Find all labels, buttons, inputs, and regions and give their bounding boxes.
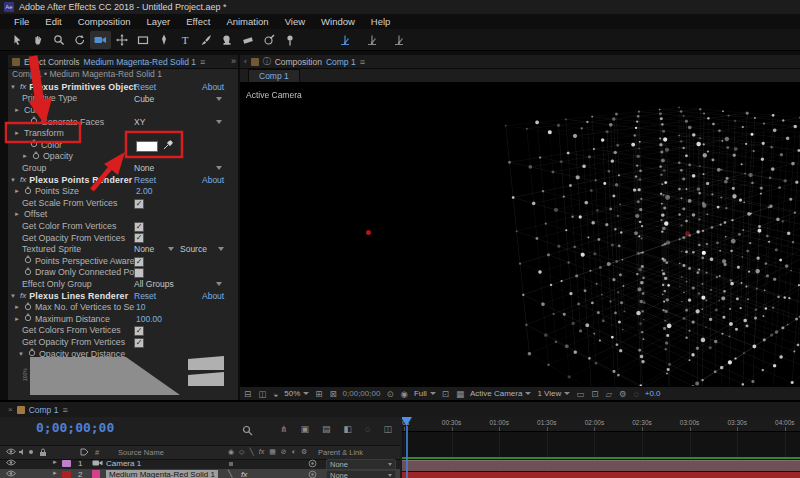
property-dropdown[interactable]: XY <box>134 117 224 127</box>
local-axis-mode[interactable] <box>334 31 355 49</box>
shape-tool[interactable] <box>132 31 153 49</box>
solid-color-swatch[interactable] <box>92 470 100 478</box>
disclosure-triangle-icon[interactable]: ► <box>22 153 29 159</box>
layer-name[interactable]: Camera 1 <box>106 459 141 468</box>
view-layout-value[interactable]: 1 View <box>537 389 561 398</box>
effect-group-row[interactable]: ▼fxPlexus Primitives ObjectResetAbout <box>8 81 238 93</box>
pan-behind-tool[interactable] <box>111 31 132 49</box>
reset-exposure-icon[interactable]: ◌ <box>634 389 639 399</box>
composition-tab-label[interactable]: Composition <box>275 57 322 67</box>
viewer-timecode[interactable]: 0;00;00;00 <box>343 389 381 398</box>
disclosure-triangle-icon[interactable]: ▼ <box>18 351 25 357</box>
disclosure-triangle-icon[interactable]: ▼ <box>10 84 17 90</box>
world-axis-mode[interactable] <box>361 31 382 49</box>
resolution-value[interactable]: Full <box>414 389 427 398</box>
live-update-icon[interactable]: ▣ <box>301 424 310 434</box>
stopwatch-icon[interactable] <box>30 139 38 150</box>
effect-property-row[interactable]: ►Opacity <box>8 151 238 163</box>
stopwatch-icon[interactable] <box>24 186 32 197</box>
dropdown-value[interactable]: Cube <box>134 94 154 104</box>
puppet-pin-tool[interactable] <box>279 31 300 49</box>
property-value[interactable]: 10 <box>136 302 145 312</box>
effect-property-row[interactable]: Get Opacity From Vertices✓ <box>8 232 238 244</box>
exposure-value[interactable]: +0.0 <box>645 389 661 398</box>
comp-subtab-label[interactable]: Comp 1 <box>259 71 289 81</box>
layer-fx-badge[interactable]: fx <box>241 470 247 478</box>
effect-property-row[interactable]: ►Max No. of Vertices to Se10 <box>8 301 238 313</box>
property-dropdown[interactable]: None <box>134 244 176 254</box>
reset-button[interactable]: Reset <box>134 291 156 301</box>
camera-layer-bar[interactable] <box>402 460 800 471</box>
parent-dropdown[interactable]: None <box>326 470 396 478</box>
layer-row-2[interactable]: ►2Medium Magenta-Red Solid 1╲fxNone <box>0 469 400 478</box>
effect-property-row[interactable]: Primitive TypeCube <box>8 93 238 105</box>
source-name-column-label[interactable]: Source Name <box>118 448 164 457</box>
grid-options-icon[interactable]: ▭ <box>576 389 584 399</box>
disclosure-triangle-icon[interactable]: ► <box>14 316 21 322</box>
pen-tool[interactable] <box>153 31 174 49</box>
magnification-value[interactable]: 50% <box>284 389 300 398</box>
layer-label-chip[interactable] <box>62 460 71 467</box>
about-button[interactable]: About <box>202 175 224 185</box>
chevron-left-icon[interactable]: ‹ <box>244 57 247 66</box>
effect-property-row[interactable]: Effect Only GroupAll Groups <box>8 278 238 290</box>
about-button[interactable]: About <box>202 291 224 301</box>
effect-property-row[interactable]: Textured SpriteNoneSource <box>8 243 238 255</box>
comp-viewer-subtab[interactable]: Comp 1 <box>248 69 300 82</box>
frame-blending-icon[interactable]: ◧ <box>344 424 353 434</box>
property-dropdown[interactable]: Cube <box>134 94 224 104</box>
effect-group-row[interactable]: ▼fxPlexus Points RendererResetAbout <box>8 174 238 186</box>
disclosure-triangle-icon[interactable]: ► <box>14 107 21 113</box>
composition-viewport[interactable]: Active Camera <box>240 82 800 386</box>
effect-property-row[interactable]: Points Perspective Aware✓ <box>8 255 238 267</box>
view-axis-mode[interactable] <box>388 31 409 49</box>
menu-file[interactable]: File <box>6 16 37 27</box>
parent-link-column-label[interactable]: Parent & Link <box>318 448 363 457</box>
type-tool[interactable]: T <box>174 31 195 49</box>
timeline-tab-label[interactable]: Comp 1 <box>29 405 59 415</box>
disclosure-triangle-icon[interactable]: ► <box>14 130 21 136</box>
layer-name[interactable]: Medium Magenta-Red Solid 1 <box>106 470 218 478</box>
layer-label-chip[interactable] <box>62 471 71 478</box>
timeline-search[interactable] <box>242 425 253 436</box>
graph-editor-icon[interactable]: ◫ <box>383 424 392 434</box>
current-time-display[interactable]: 0;00;00;00 <box>36 420 114 435</box>
dropdown-value[interactable]: All Groups <box>134 279 174 289</box>
effect-property-row[interactable]: ►Cube <box>8 104 238 116</box>
effect-group-row[interactable]: ▼fxPlexus Lines RendererResetAbout <box>8 290 238 302</box>
effect-property-row[interactable]: Generate FacesXY <box>8 116 238 128</box>
effect-property-row[interactable]: Draw Only Connected Po <box>8 267 238 279</box>
timeline-track-area[interactable]: 00s00:30s01:00s01:30s02:00s02:30s03:00s0… <box>402 417 800 478</box>
roto-brush-tool[interactable] <box>258 31 279 49</box>
stopwatch-icon[interactable] <box>24 267 32 278</box>
composition-tab[interactable]: ‹ ⓘ Composition Comp 1 ≡ <box>240 55 800 69</box>
stopwatch-icon[interactable] <box>24 255 32 266</box>
motion-blur-icon[interactable]: ◌ <box>365 424 370 434</box>
menu-window[interactable]: Window <box>313 16 363 27</box>
mask-icon[interactable]: ▦ <box>269 448 276 456</box>
stopwatch-icon[interactable] <box>30 116 38 127</box>
effect-controls-tab-label[interactable]: Effect Controls <box>24 57 80 67</box>
snapshot-icon[interactable]: ⊙ <box>386 389 393 399</box>
time-ruler[interactable]: 00s00:30s01:00s01:30s02:00s02:30s03:00s0… <box>402 417 800 432</box>
disclosure-triangle-icon[interactable]: ► <box>14 188 21 194</box>
video-visibility-icon[interactable] <box>6 470 16 478</box>
stopwatch-icon[interactable] <box>24 313 32 324</box>
video-visibility-icon[interactable] <box>6 459 16 468</box>
menu-animation[interactable]: Animation <box>218 16 276 27</box>
layer-expand-icon[interactable]: ► <box>52 470 58 476</box>
effect-property-row[interactable]: ►Maximum Distance100.00 <box>8 313 238 325</box>
zoom-tool[interactable] <box>48 31 69 49</box>
property-dropdown[interactable]: None <box>134 163 224 173</box>
property-value[interactable]: 2.00 <box>136 186 153 196</box>
layer-expand-icon[interactable]: ► <box>52 459 58 465</box>
panel-menu-icon[interactable]: ≡ <box>200 57 205 67</box>
hand-tool[interactable] <box>27 31 48 49</box>
frame-blend-icon[interactable]: ⊘ <box>281 448 287 456</box>
motion-blur-icon[interactable]: ◐ <box>292 448 296 456</box>
effect-property-row[interactable]: Get Colors From Vertices✓ <box>8 325 238 337</box>
magnification-dropdown[interactable]: 50% <box>284 389 309 398</box>
menu-layer[interactable]: Layer <box>139 16 179 27</box>
effect-property-row[interactable]: ►Transform <box>8 127 238 139</box>
safe-zones-icon[interactable]: ⊞ <box>315 389 322 399</box>
